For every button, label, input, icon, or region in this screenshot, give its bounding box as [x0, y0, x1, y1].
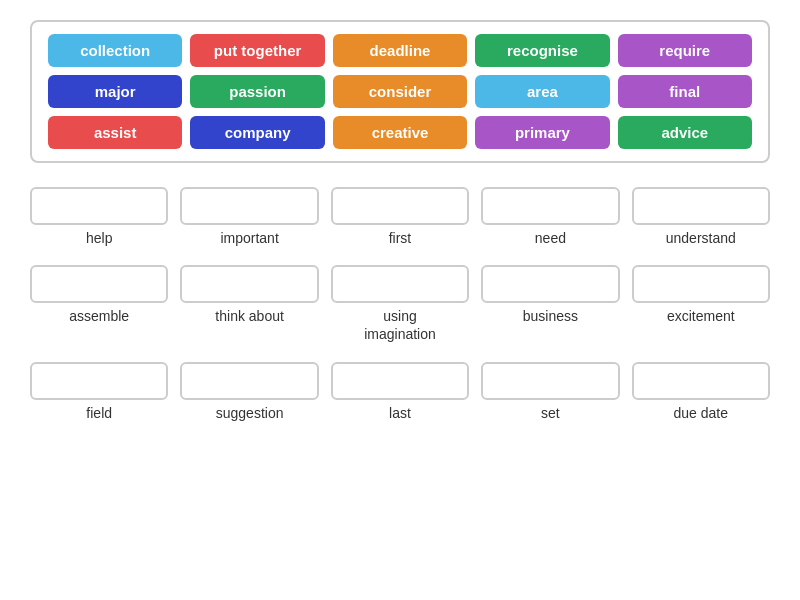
drop-box-row2-1[interactable]	[180, 265, 318, 303]
drop-box-row2-0[interactable]	[30, 265, 168, 303]
word-tile-company[interactable]: company	[190, 116, 324, 149]
word-tile-assist[interactable]: assist	[48, 116, 182, 149]
word-tile-passion[interactable]: passion	[190, 75, 324, 108]
drop-label-row2-4: excitement	[632, 307, 770, 343]
drop-box-row1-2[interactable]	[331, 187, 469, 225]
drop-box-row2-3[interactable]	[481, 265, 619, 303]
drop-label-row2-1: think about	[180, 307, 318, 343]
drop-label-row3-1: suggestion	[180, 404, 318, 422]
drop-row-row2: assemblethink aboutusingimaginationbusin…	[30, 265, 770, 343]
drop-box-row3-1[interactable]	[180, 362, 318, 400]
drop-row-row1: helpimportantfirstneedunderstand	[30, 187, 770, 247]
drop-box-row2-2[interactable]	[331, 265, 469, 303]
drop-label-row1-0: help	[30, 229, 168, 247]
drop-box-row1-1[interactable]	[180, 187, 318, 225]
drop-label-row1-1: important	[180, 229, 318, 247]
word-tile-creative[interactable]: creative	[333, 116, 467, 149]
word-tile-primary[interactable]: primary	[475, 116, 609, 149]
drop-label-row1-4: understand	[632, 229, 770, 247]
drop-boxes-row1	[30, 187, 770, 225]
word-tile-put-together[interactable]: put together	[190, 34, 324, 67]
word-tile-deadline[interactable]: deadline	[333, 34, 467, 67]
word-tile-final[interactable]: final	[618, 75, 752, 108]
drop-label-row1-2: first	[331, 229, 469, 247]
word-tile-advice[interactable]: advice	[618, 116, 752, 149]
drop-box-row3-3[interactable]	[481, 362, 619, 400]
drop-labels-row2: assemblethink aboutusingimaginationbusin…	[30, 307, 770, 343]
word-tile-major[interactable]: major	[48, 75, 182, 108]
drop-label-row2-2: usingimagination	[331, 307, 469, 343]
drop-box-row1-4[interactable]	[632, 187, 770, 225]
word-bank: collectionput togetherdeadlinerecogniser…	[30, 20, 770, 163]
drop-box-row2-4[interactable]	[632, 265, 770, 303]
drop-label-row3-3: set	[481, 404, 619, 422]
drop-label-row2-0: assemble	[30, 307, 168, 343]
word-tile-require[interactable]: require	[618, 34, 752, 67]
drop-section: helpimportantfirstneedunderstandassemble…	[30, 187, 770, 422]
word-tile-consider[interactable]: consider	[333, 75, 467, 108]
drop-boxes-row2	[30, 265, 770, 303]
drop-label-row3-0: field	[30, 404, 168, 422]
drop-box-row3-2[interactable]	[331, 362, 469, 400]
drop-row-row3: fieldsuggestionlastsetdue date	[30, 362, 770, 422]
drop-box-row1-3[interactable]	[481, 187, 619, 225]
drop-box-row1-0[interactable]	[30, 187, 168, 225]
drop-boxes-row3	[30, 362, 770, 400]
drop-label-row2-3: business	[481, 307, 619, 343]
drop-label-row1-3: need	[481, 229, 619, 247]
word-tile-area[interactable]: area	[475, 75, 609, 108]
drop-box-row3-4[interactable]	[632, 362, 770, 400]
drop-labels-row1: helpimportantfirstneedunderstand	[30, 229, 770, 247]
drop-box-row3-0[interactable]	[30, 362, 168, 400]
word-tile-recognise[interactable]: recognise	[475, 34, 609, 67]
drop-label-row3-4: due date	[632, 404, 770, 422]
drop-labels-row3: fieldsuggestionlastsetdue date	[30, 404, 770, 422]
drop-label-row3-2: last	[331, 404, 469, 422]
word-tile-collection[interactable]: collection	[48, 34, 182, 67]
